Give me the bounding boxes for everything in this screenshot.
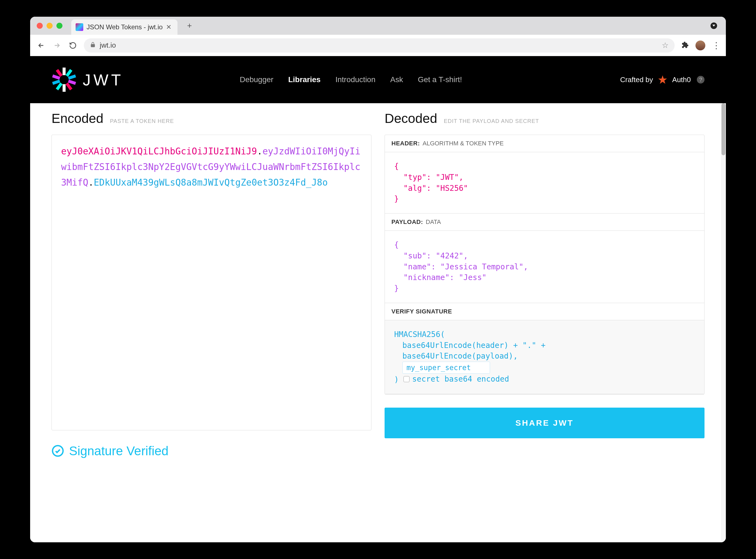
share-jwt-button[interactable]: SHARE JWT [385,408,705,438]
url-text: jwt.io [100,41,116,49]
extensions-icon[interactable] [681,41,689,50]
jwt-logo-text: JWT [83,71,124,89]
svg-rect-2 [65,69,72,77]
signature-verified-badge: Signature Verified [51,444,169,458]
encoded-subtitle: PASTE A TOKEN HERE [110,118,174,124]
sig-line-2: base64UrlEncode(payload), [394,351,695,362]
svg-rect-8 [65,83,72,90]
jwt-logo-icon [51,67,77,92]
main-nav: Debugger Libraries Introduction Ask Get … [240,75,462,84]
svg-rect-7 [52,74,60,80]
profile-avatar[interactable] [695,41,705,50]
encoded-title: Encoded [51,111,104,126]
signature-verified-label: Signature Verified [69,444,169,458]
back-button[interactable] [36,41,46,50]
svg-rect-5 [52,80,60,85]
lock-icon [90,41,96,49]
nav-debugger[interactable]: Debugger [240,75,273,84]
token-header-segment: eyJ0eXAiOiJKV1QiLCJhbGciOiJIUzI1NiJ9 [61,146,257,157]
svg-rect-0 [62,68,65,75]
window-controls [37,23,62,29]
check-circle-icon [51,445,64,457]
encoded-column: Encoded PASTE A TOKEN HERE eyJ0eXAiOiJKV… [51,111,371,531]
svg-rect-1 [62,84,65,92]
svg-rect-3 [56,83,63,90]
tab-close-icon[interactable]: ✕ [166,23,171,31]
nav-introduction[interactable]: Introduction [335,75,375,84]
close-window-button[interactable] [37,23,43,29]
decoded-header-json[interactable]: { "typ": "JWT", "alg": "HS256" } [385,152,704,214]
encoded-token-input[interactable]: eyJ0eXAiOiJKV1QiLCJhbGciOiJIUzI1NiJ9.eyJ… [51,135,371,430]
decoded-payload-json[interactable]: { "sub": "4242", "name": "Jessica Tempor… [385,231,704,303]
decoded-header-label: HEADER: ALGORITHM & TOKEN TYPE [385,135,704,152]
checkbox-icon[interactable] [404,376,410,382]
decoded-payload-label: PAYLOAD: DATA [385,214,704,231]
sig-fn: HMACSHA256( [394,329,695,340]
auth0-icon [657,74,668,85]
site-header: JWT Debugger Libraries Introduction Ask … [30,56,726,103]
jwt-logo[interactable]: JWT [51,67,124,92]
nav-ask[interactable]: Ask [390,75,403,84]
sig-line-1: base64UrlEncode(header) + "." + [394,340,695,351]
crafted-by[interactable]: Crafted by Auth0 ? [620,74,705,85]
bookmark-star-icon[interactable]: ☆ [662,41,669,50]
decoded-subtitle: EDIT THE PAYLOAD AND SECRET [444,118,539,124]
tab-favicon [75,23,83,31]
minimize-window-button[interactable] [47,23,52,29]
url-field[interactable]: jwt.io ☆ [84,38,675,52]
main-content: Encoded PASTE A TOKEN HERE eyJ0eXAiOiJKV… [30,103,726,542]
auth0-label: Auth0 [672,75,691,84]
svg-rect-9 [56,69,63,77]
reload-button[interactable] [68,41,78,50]
token-signature-segment: EDkUUxaM439gWLsQ8a8mJWIvQtgZe0et3O3z4Fd_… [94,177,328,188]
chrome-menu-icon[interactable]: ⋮ [712,40,720,51]
help-icon[interactable]: ? [697,76,705,84]
browser-tab[interactable]: JSON Web Tokens - jwt.io ✕ [71,19,177,35]
svg-rect-6 [68,80,76,85]
nav-tshirt[interactable]: Get a T-shirt! [418,75,462,84]
secret-base64-label: secret base64 encoded [412,374,509,385]
maximize-window-button[interactable] [57,23,62,29]
decoded-title: Decoded [385,111,437,126]
decoded-column: Decoded EDIT THE PAYLOAD AND SECRET HEAD… [385,111,705,531]
tab-title: JSON Web Tokens - jwt.io [87,23,163,31]
new-tab-button[interactable]: + [184,20,195,31]
sig-close: ) [394,375,399,384]
address-bar: jwt.io ☆ ⋮ [30,35,726,56]
forward-button[interactable] [52,41,62,50]
incognito-icon[interactable] [711,22,717,29]
scrollbar[interactable] [721,103,726,542]
secret-input[interactable] [403,362,490,374]
verify-signature-panel: HMACSHA256( base64UrlEncode(header) + ".… [385,320,704,394]
scrollbar-thumb[interactable] [721,103,725,155]
window-titlebar: JSON Web Tokens - jwt.io ✕ + [30,17,726,35]
nav-libraries[interactable]: Libraries [288,75,321,84]
svg-rect-4 [68,74,76,80]
browser-window: JSON Web Tokens - jwt.io ✕ + jwt.io ☆ [30,17,726,542]
decoded-panels: HEADER: ALGORITHM & TOKEN TYPE { "typ": … [385,135,705,395]
crafted-by-label: Crafted by [620,75,653,84]
secret-base64-toggle[interactable]: secret base64 encoded [404,374,509,385]
verify-signature-label: VERIFY SIGNATURE [385,303,704,320]
